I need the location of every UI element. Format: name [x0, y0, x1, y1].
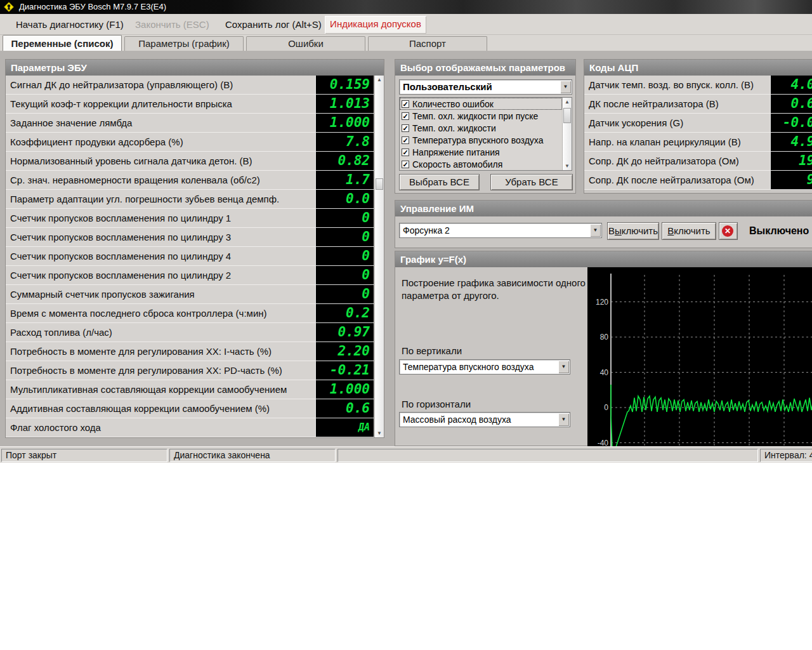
preset-dropdown[interactable]: Пользовательский ▼	[399, 79, 572, 95]
status-empty-section	[337, 449, 758, 462]
list-item[interactable]: ✓Количество ошибок	[400, 98, 562, 110]
scrollbar-down-arrow-icon[interactable]: ▼	[563, 162, 572, 170]
graph-data-trace	[611, 385, 812, 447]
param-label: Счетчик пропусков воспламенения по цилин…	[6, 247, 315, 266]
checkbox[interactable]: ✓	[402, 112, 409, 120]
param-label: Время с момента последнего сброса контро…	[6, 304, 315, 323]
ecu-params-panel: Параметры ЭБУ Сигнал ДК до нейтрализатор…	[5, 59, 384, 438]
param-label: Флаг холостого хода	[6, 418, 315, 437]
table-row: Потребность в моменте для регулирования …	[6, 361, 374, 380]
table-row: Суммарный счетчик пропусков зажигания0	[6, 285, 374, 304]
param-value-display: 0.97	[315, 323, 374, 342]
button-label: ы	[615, 225, 622, 236]
select-all-button[interactable]: Выбрать ВСЕ	[399, 174, 480, 190]
table-row: Коэффициент продувки адсорбера (%)7.8	[6, 133, 374, 152]
list-item[interactable]: ✓Скорость автомобиля	[400, 158, 562, 170]
checkbox[interactable]: ✓	[402, 149, 409, 156]
y-axis-tick-label: 40	[600, 368, 609, 377]
adc-label: Датчик ускорения (G)	[584, 114, 770, 133]
param-label: Мультипликативная составляющая коррекции…	[6, 380, 315, 399]
table-row: Нормализованный уровень сигнала датчика …	[6, 152, 374, 171]
stop-actuator-button[interactable]: ✕	[719, 222, 738, 240]
table-row: Аддитивная составляющая коррекции самооб…	[6, 399, 374, 418]
param-value-display: 1.7	[315, 171, 374, 190]
stop-diagnostics-button[interactable]: Закончить (ESC)	[135, 14, 209, 35]
adc-value-display: -0.03	[770, 114, 812, 133]
horizontal-axis-label: По горизонтали	[402, 399, 471, 409]
param-label: Суммарный счетчик пропусков зажигания	[6, 285, 315, 304]
adc-value-display: 4.99	[770, 133, 812, 152]
panel-title: Выбор отображаемых параметров	[395, 60, 575, 76]
list-scrollbar[interactable]: ▲ ▼	[562, 98, 572, 170]
save-log-button[interactable]: Сохранить лог (Alt+S)	[225, 14, 322, 35]
param-value-display: 1.000	[315, 380, 374, 399]
panel-title: Управление ИМ	[395, 201, 812, 216]
param-select-panel: Выбор отображаемых параметров Пользовате…	[395, 59, 576, 194]
turn-on-button[interactable]: Включить	[662, 222, 716, 240]
scrollbar-up-arrow-icon[interactable]: ▲	[563, 98, 572, 106]
list-item[interactable]: ✓Напряжение питания	[400, 146, 562, 158]
param-label: Счетчик пропусков воспламенения по цилин…	[6, 209, 315, 228]
vertical-axis-value: Температура впускного воздуха	[403, 360, 557, 374]
checkbox[interactable]: ✓	[402, 161, 409, 168]
scrollbar-thumb[interactable]	[376, 178, 383, 190]
table-row: Счетчик пропусков воспламенения по цилин…	[6, 209, 374, 228]
param-value-display: 0	[315, 285, 374, 304]
adc-codes-table: Датчик темп. возд. во впуск. колл. (В)4.…	[584, 76, 812, 193]
param-value-display: -0.21	[315, 361, 374, 380]
y-axis-tick-label: 80	[600, 333, 609, 342]
turn-off-button[interactable]: Выключить	[607, 222, 659, 240]
checkbox[interactable]: ✓	[402, 100, 409, 108]
checkbox[interactable]: ✓	[402, 136, 409, 144]
checkbox[interactable]: ✓	[402, 124, 409, 132]
adc-codes-panel: Коды АЦП Датчик темп. возд. во впуск. ко…	[584, 59, 812, 194]
adc-value-display: 96	[770, 171, 812, 190]
status-diagnostics: Диагностика закончена	[169, 449, 336, 462]
table-row: Параметр адаптации угл. погрешности зубь…	[6, 190, 374, 209]
button-label: В	[667, 225, 674, 236]
param-value-display: 0.82	[315, 152, 374, 171]
checkbox-item-label: Темп. охл. жидкости	[412, 123, 496, 133]
tab-strip: Переменные (список)Параметры (график)Оши…	[0, 35, 812, 51]
chevron-down-icon[interactable]: ▼	[558, 413, 569, 426]
chevron-down-icon[interactable]: ▼	[558, 361, 569, 373]
param-label: Ср. знач. неравномерности вращения колен…	[6, 171, 315, 190]
tab-errors[interactable]: Ошибки	[246, 36, 365, 51]
table-row: Сопр. ДК до нейтрализатора (Ом)190	[584, 152, 812, 171]
window-title-bar[interactable]: Диагностика ЭБУ Bosch M7.9.7 E3(E4)	[0, 0, 812, 14]
tolerance-indication-button[interactable]: Индикация допусков	[325, 16, 426, 34]
chevron-down-icon[interactable]: ▼	[590, 224, 601, 237]
param-label: Сигнал ДК до нейтрализатора (управляющег…	[6, 76, 315, 95]
actuator-control-panel: Управление ИМ Форсунка 2 ▼ Выключить Вкл…	[395, 200, 812, 248]
chevron-down-icon[interactable]: ▼	[560, 81, 571, 93]
horizontal-axis-value: Массовый расход воздуха	[403, 413, 557, 427]
table-row: Время с момента последнего сброса контро…	[6, 304, 374, 323]
list-item[interactable]: ✓Темп. охл. жидкости	[400, 122, 562, 134]
ecu-params-scrollbar[interactable]: ▲ ▼	[374, 76, 384, 437]
diagnostic-app-icon	[4, 2, 14, 12]
list-item[interactable]: ✓Температура впускного воздуха	[400, 134, 562, 146]
param-label: Текущий коэф-т коррекции длительности вп…	[6, 95, 315, 114]
graph-description: Построение графика зависимости одного па…	[402, 277, 589, 302]
vertical-axis-dropdown[interactable]: Температура впускного воздуха ▼	[399, 359, 570, 375]
tab-passport[interactable]: Паспорт	[368, 36, 487, 51]
list-item[interactable]: ✓Темп. охл. жидкости при пуске	[400, 110, 562, 122]
button-label: В	[608, 225, 615, 236]
actuator-dropdown[interactable]: Форсунка 2 ▼	[399, 223, 602, 238]
graph-panel: График y=F(x) Построение графика зависим…	[395, 251, 812, 446]
param-value-display: 7.8	[315, 133, 374, 152]
tab-variables-list[interactable]: Переменные (список)	[3, 35, 122, 51]
y-axis-tick-label: -40	[598, 439, 609, 448]
param-label: Нормализованный уровень сигнала датчика …	[6, 152, 315, 171]
adc-label: Сопр. ДК после нейтрализатора (Ом)	[584, 171, 770, 190]
param-label: Расход топлива (л/час)	[6, 323, 315, 342]
scrollbar-thumb[interactable]	[563, 108, 571, 123]
horizontal-axis-dropdown[interactable]: Массовый расход воздуха ▼	[399, 412, 570, 427]
scrollbar-up-arrow-icon[interactable]: ▲	[375, 76, 384, 84]
param-label: Параметр адаптации угл. погрешности зубь…	[6, 190, 315, 209]
start-diagnostics-button[interactable]: Начать диагностику (F1)	[16, 14, 124, 35]
actuator-state-label: Выключено	[749, 222, 809, 240]
clear-all-button[interactable]: Убрать ВСЕ	[490, 174, 573, 190]
tab-params-graph[interactable]: Параметры (график)	[124, 36, 244, 51]
scrollbar-down-arrow-icon[interactable]: ▼	[375, 429, 384, 437]
